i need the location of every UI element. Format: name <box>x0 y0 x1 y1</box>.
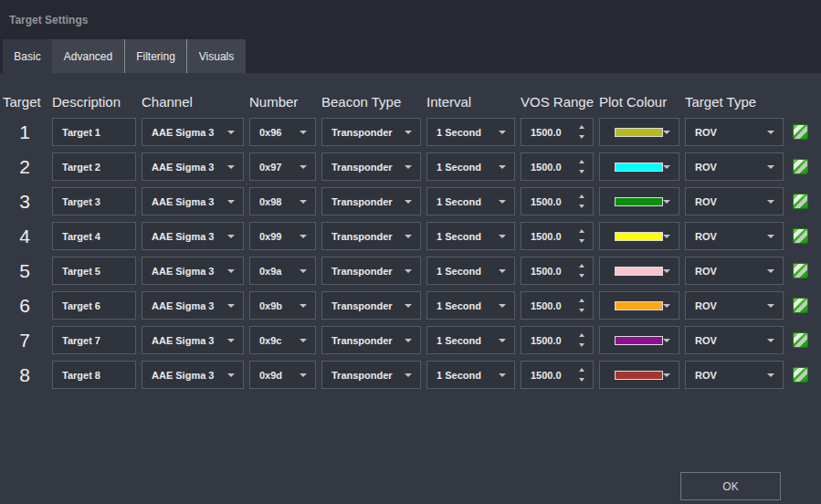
vos-range-spinner[interactable]: 1500.0 <box>521 222 594 250</box>
row-edit-status-icon[interactable] <box>793 298 808 313</box>
number-dropdown[interactable]: 0x9c <box>249 326 316 354</box>
beacon-type-dropdown[interactable]: Transponder <box>321 222 421 250</box>
spinner-down-icon[interactable] <box>579 343 584 347</box>
description-input[interactable] <box>52 257 136 285</box>
plot-colour-dropdown[interactable] <box>599 361 679 389</box>
interval-dropdown[interactable]: 1 Second <box>426 291 515 320</box>
tab-basic[interactable]: Basic <box>3 39 52 73</box>
row-edit-status-icon[interactable] <box>793 159 808 174</box>
beacon-type-dropdown[interactable]: Transponder <box>321 187 421 215</box>
row-edit-status-icon[interactable] <box>793 367 808 383</box>
beacon-type-dropdown[interactable]: Transponder <box>321 291 421 320</box>
spinner-up-icon[interactable] <box>579 333 584 337</box>
row-edit-status-icon[interactable] <box>793 228 808 244</box>
vos-range-spinner[interactable]: 1500.0 <box>521 326 594 354</box>
description-input[interactable] <box>52 152 136 181</box>
vos-range-spinner[interactable]: 1500.0 <box>521 118 594 146</box>
channel-dropdown[interactable]: AAE Sigma 3 <box>142 187 244 215</box>
channel-dropdown[interactable]: AAE Sigma 3 <box>142 326 244 354</box>
target-type-dropdown[interactable]: ROV <box>685 291 784 320</box>
tab-advanced[interactable]: Advanced <box>52 39 124 73</box>
vos-range-spinner[interactable]: 1500.0 <box>521 152 594 181</box>
tab-visuals[interactable]: Visuals <box>186 39 246 73</box>
plot-colour-swatch <box>615 371 663 380</box>
interval-dropdown[interactable]: 1 Second <box>426 361 515 389</box>
spinner-up-icon[interactable] <box>579 368 584 372</box>
plot-colour-dropdown[interactable] <box>599 257 679 285</box>
channel-dropdown[interactable]: AAE Sigma 3 <box>142 222 244 250</box>
interval-dropdown[interactable]: 1 Second <box>426 152 515 181</box>
spinner-up-icon[interactable] <box>579 125 584 129</box>
plot-colour-dropdown[interactable] <box>599 118 679 146</box>
table-row: 5 AAE Sigma 3 0x9a Transponder 1 Second <box>0 257 821 291</box>
interval-dropdown[interactable]: 1 Second <box>426 222 515 250</box>
spinner-down-icon[interactable] <box>579 170 584 173</box>
target-type-dropdown[interactable]: ROV <box>685 361 784 389</box>
spinner-down-icon[interactable] <box>579 378 584 382</box>
beacon-type-dropdown[interactable]: Transponder <box>321 152 421 181</box>
interval-dropdown[interactable]: 1 Second <box>426 326 515 354</box>
spinner-up-icon[interactable] <box>579 229 584 233</box>
plot-colour-dropdown[interactable] <box>599 187 679 215</box>
description-input[interactable] <box>52 326 136 354</box>
row-edit-status-icon[interactable] <box>793 124 808 140</box>
target-type-dropdown[interactable]: ROV <box>685 257 784 285</box>
description-input[interactable] <box>52 361 136 389</box>
channel-dropdown[interactable]: AAE Sigma 3 <box>142 291 244 320</box>
plot-colour-dropdown[interactable] <box>599 222 679 250</box>
plot-colour-dropdown[interactable] <box>599 152 679 181</box>
beacon-type-dropdown[interactable]: Transponder <box>321 118 421 146</box>
target-type-dropdown[interactable]: ROV <box>685 152 784 181</box>
spinner-down-icon[interactable] <box>579 135 584 139</box>
interval-dropdown[interactable]: 1 Second <box>426 257 515 285</box>
beacon-type-dropdown[interactable]: Transponder <box>321 326 421 354</box>
spinner-up-icon[interactable] <box>579 264 584 268</box>
spinner-down-icon[interactable] <box>579 239 584 243</box>
interval-dropdown[interactable]: 1 Second <box>426 187 515 215</box>
description-input[interactable] <box>52 222 136 250</box>
spinner-up-icon[interactable] <box>579 299 584 302</box>
row-edit-status-icon[interactable] <box>793 194 808 209</box>
number-dropdown[interactable]: 0x9b <box>249 291 316 320</box>
description-input[interactable] <box>52 118 136 146</box>
target-type-dropdown[interactable]: ROV <box>685 222 784 250</box>
target-type-dropdown[interactable]: ROV <box>685 326 784 354</box>
vos-range-value: 1500.0 <box>531 370 562 381</box>
spinner-up-icon[interactable] <box>579 160 584 163</box>
number-dropdown[interactable]: 0x99 <box>249 222 316 250</box>
vos-range-spinner[interactable]: 1500.0 <box>521 257 594 285</box>
channel-dropdown[interactable]: AAE Sigma 3 <box>142 257 244 285</box>
interval-dropdown[interactable]: 1 Second <box>426 118 515 146</box>
number-dropdown[interactable]: 0x98 <box>249 187 316 215</box>
window-title: Target Settings <box>9 14 88 26</box>
spinner-down-icon[interactable] <box>579 274 584 278</box>
channel-dropdown[interactable]: AAE Sigma 3 <box>142 152 244 181</box>
number-dropdown[interactable]: 0x9d <box>249 361 316 389</box>
beacon-type-dropdown[interactable]: Transponder <box>321 257 421 285</box>
number-dropdown[interactable]: 0x97 <box>249 152 316 181</box>
row-edit-status-icon[interactable] <box>793 332 808 348</box>
number-dropdown[interactable]: 0x96 <box>249 118 316 146</box>
vos-range-spinner[interactable]: 1500.0 <box>521 187 594 215</box>
plot-colour-dropdown[interactable] <box>599 326 679 354</box>
vos-range-spinner[interactable]: 1500.0 <box>521 291 594 320</box>
vos-range-spinner[interactable]: 1500.0 <box>521 361 594 389</box>
description-input[interactable] <box>52 291 136 320</box>
channel-dropdown[interactable]: AAE Sigma 3 <box>142 361 244 389</box>
spinner-down-icon[interactable] <box>579 309 584 312</box>
chevron-down-icon <box>405 339 412 342</box>
spinner-up-icon[interactable] <box>579 194 584 198</box>
row-edit-status-icon[interactable] <box>793 263 808 278</box>
target-type-dropdown[interactable]: ROV <box>685 118 784 146</box>
number-dropdown[interactable]: 0x9a <box>249 257 316 285</box>
target-type-dropdown[interactable]: ROV <box>685 187 784 215</box>
tab-filtering[interactable]: Filtering <box>124 39 186 73</box>
channel-dropdown[interactable]: AAE Sigma 3 <box>142 118 244 146</box>
spinner-down-icon[interactable] <box>579 205 584 208</box>
beacon-type-dropdown[interactable]: Transponder <box>321 361 421 389</box>
description-input[interactable] <box>52 187 136 215</box>
target-number: 2 <box>3 152 47 181</box>
ok-button[interactable]: OK <box>680 472 781 500</box>
plot-colour-swatch <box>615 336 663 345</box>
plot-colour-dropdown[interactable] <box>599 291 679 320</box>
